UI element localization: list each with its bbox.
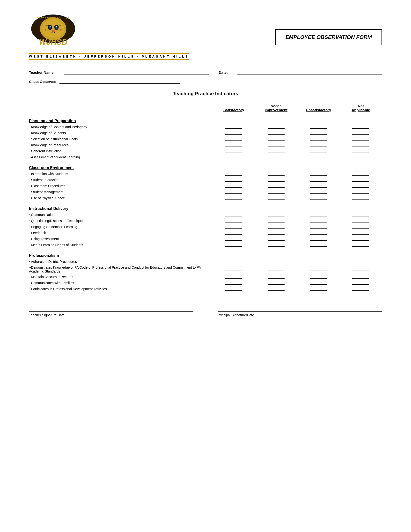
- col-needs-cell-0-0: [255, 124, 297, 130]
- rating-line: [225, 218, 242, 222]
- class-observed-line: [59, 79, 180, 84]
- category-heading-2: Instructional Delivery: [29, 201, 382, 212]
- col-na-cell-1-3: [340, 189, 382, 195]
- col-unsat-cell-2-0: [297, 212, 340, 218]
- col-needs-cell-2-3: [255, 230, 297, 236]
- col-unsat-cell-0-2: [297, 136, 340, 142]
- category-heading-1: Classroom Environment: [29, 160, 382, 171]
- col-unsat-cell-2-4: [297, 236, 340, 242]
- col-na-cell-0-5: [340, 154, 382, 160]
- rating-line: [352, 243, 369, 247]
- rating-line: [352, 213, 369, 216]
- item-label-0-2: ~Selection of Instructional Goals: [29, 136, 213, 142]
- rating-line: [352, 190, 369, 194]
- rating-line: [268, 137, 285, 141]
- rating-line: [352, 237, 369, 241]
- form-title: EMPLOYEE OBSERVATION FORM: [275, 29, 382, 45]
- item-label-1-4: ~Use of Physical Space: [29, 195, 213, 201]
- rating-line: [225, 137, 242, 141]
- principal-sig-label: Principal Signature/Date: [218, 313, 382, 317]
- col-na-cell-2-1: [340, 218, 382, 224]
- col-na-cell-2-2: [340, 224, 382, 230]
- rating-line: [268, 237, 285, 241]
- svg-point-8: [50, 26, 51, 27]
- item-label-1-1: ~Student Interaction: [29, 177, 213, 183]
- col-needs-header: Needs Improvement: [255, 104, 297, 114]
- fields-section: Teacher Name: Date: Class Observed:: [29, 70, 382, 84]
- item-label-3-0: ~Adheres to District Procedures: [29, 259, 213, 265]
- table-row: ~Engaging Students in Learning: [29, 224, 382, 230]
- rating-line: [310, 125, 327, 129]
- rating-line: [310, 237, 327, 241]
- category-name-1: Classroom Environment: [29, 160, 382, 171]
- rating-line: [268, 172, 285, 176]
- col-unsatisfactory-header: Unsatisfactory: [297, 104, 340, 114]
- col-sat-cell-2-3: [213, 230, 255, 236]
- col-sat-cell-3-1: [213, 265, 255, 274]
- rating-line: [352, 125, 369, 129]
- col-na-cell-1-2: [340, 183, 382, 189]
- col-na-cell-3-0: [340, 259, 382, 265]
- rating-line: [352, 178, 369, 182]
- rating-line: [352, 231, 369, 235]
- rating-line: [310, 190, 327, 194]
- rating-line: [225, 196, 242, 200]
- item-label-2-1: ~Questioning/Discussion Techniques: [29, 218, 213, 224]
- col-sat-cell-1-2: [213, 183, 255, 189]
- rating-line: [310, 267, 327, 271]
- table-row: ~Classroom Procedures: [29, 183, 382, 189]
- svg-point-10: [51, 30, 55, 32]
- rating-line: [352, 184, 369, 188]
- col-needs-cell-0-5: [255, 154, 297, 160]
- rating-line: [310, 196, 327, 200]
- table-row: ~Questioning/Discussion Techniques: [29, 218, 382, 224]
- main-section-title: Teaching Practice Indicators: [29, 91, 382, 96]
- col-needs-cell-1-0: [255, 171, 297, 177]
- rating-line: [310, 149, 327, 153]
- table-row: ~Participates in Professional Developmen…: [29, 286, 382, 292]
- col-sat-cell-0-3: [213, 142, 255, 148]
- rating-line: [268, 196, 285, 200]
- item-label-3-1: ~Demonstrates Knowledge of PA Code of Pr…: [29, 265, 213, 274]
- col-unsat-cell-0-0: [297, 124, 340, 130]
- rating-line: [310, 275, 327, 279]
- col-sat-cell-0-1: [213, 130, 255, 136]
- rating-line: [310, 287, 327, 291]
- col-na-cell-0-3: [340, 142, 382, 148]
- school-logo: WEST JEFFERSON HILLS WJHSD: [29, 15, 77, 52]
- col-unsat-cell-0-5: [297, 154, 340, 160]
- col-sat-cell-0-5: [213, 154, 255, 160]
- item-label-1-3: ~Student Management: [29, 189, 213, 195]
- col-sat-cell-1-3: [213, 189, 255, 195]
- col-unsat-cell-3-0: [297, 259, 340, 265]
- col-sat-cell-2-1: [213, 218, 255, 224]
- col-sat-cell-1-4: [213, 195, 255, 201]
- item-label-0-5: ~Assessment of Student Learning: [29, 154, 213, 160]
- rating-line: [225, 213, 242, 216]
- col-unsat-cell-1-0: [297, 171, 340, 177]
- rating-line: [268, 243, 285, 247]
- col-sat-cell-3-2: [213, 274, 255, 280]
- col-sat-cell-3-3: [213, 280, 255, 286]
- svg-point-12: [59, 25, 61, 26]
- rating-line: [225, 125, 242, 129]
- col-unsat-cell-3-1: [297, 265, 340, 274]
- rating-line: [352, 225, 369, 228]
- rating-line: [310, 172, 327, 176]
- col-sat-cell-0-4: [213, 148, 255, 154]
- rating-line: [352, 155, 369, 159]
- rating-line: [268, 275, 285, 279]
- col-na-cell-1-1: [340, 177, 382, 183]
- col-unsat-cell-1-3: [297, 189, 340, 195]
- rating-line: [225, 231, 242, 235]
- rating-line: [352, 275, 369, 279]
- col-na-cell-1-4: [340, 195, 382, 201]
- col-na-cell-2-3: [340, 230, 382, 236]
- table-row: ~Use of Physical Space: [29, 195, 382, 201]
- rating-line: [352, 149, 369, 153]
- rating-line: [268, 218, 285, 222]
- item-label-3-4: ~Participates in Professional Developmen…: [29, 286, 213, 292]
- col-needs-cell-2-0: [255, 212, 297, 218]
- svg-text:WEST JEFFERSON HILLS: WEST JEFFERSON HILLS: [37, 17, 70, 19]
- rating-line: [352, 131, 369, 135]
